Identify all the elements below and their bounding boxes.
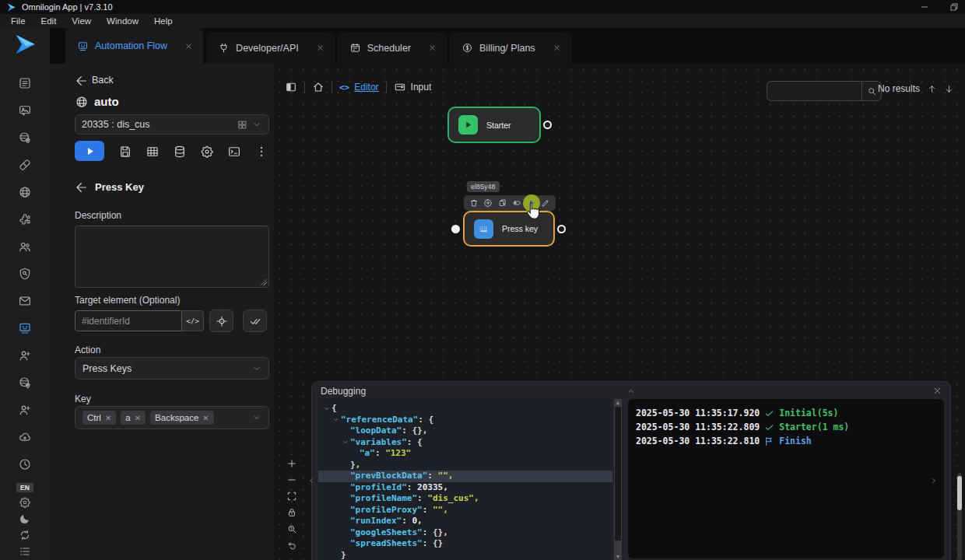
json-line-variables[interactable]: "variables": { bbox=[318, 437, 612, 449]
resize-handle-icon[interactable] bbox=[260, 278, 267, 285]
json-scrollbar[interactable]: ▲ ▼ bbox=[614, 399, 622, 560]
key-multiselect[interactable]: Ctrl✕a✕Backspace✕ bbox=[75, 406, 269, 429]
caret-down-icon[interactable] bbox=[342, 439, 349, 446]
starter-output-port[interactable] bbox=[543, 121, 552, 129]
sidebar-item-changelog-icon[interactable] bbox=[19, 545, 31, 558]
menu-file[interactable]: File bbox=[3, 16, 33, 26]
sidebar-item-user-plus-icon[interactable] bbox=[18, 348, 32, 362]
caret-down-icon[interactable] bbox=[323, 405, 330, 412]
close-icon[interactable] bbox=[553, 44, 561, 52]
window-scrollbar[interactable] bbox=[957, 473, 962, 560]
chevron-left-icon[interactable] bbox=[307, 477, 315, 485]
sidebar-item-team-icon[interactable] bbox=[18, 240, 32, 254]
sidebar-item-globe-icon[interactable] bbox=[18, 185, 32, 199]
tab-automation-flow[interactable]: Automation Flow bbox=[65, 28, 203, 64]
target-element-input[interactable] bbox=[75, 310, 182, 331]
run-flow-button[interactable] bbox=[75, 141, 104, 161]
zoom-in-button[interactable] bbox=[282, 457, 301, 470]
close-icon[interactable] bbox=[316, 44, 325, 52]
tab-developer-api[interactable]: Developer/API bbox=[206, 32, 335, 64]
menu-edit[interactable]: Edit bbox=[33, 16, 65, 26]
app-logo-icon[interactable] bbox=[12, 32, 37, 57]
tab-scheduler[interactable]: Scheduler bbox=[338, 32, 447, 64]
collapse-panel-icon[interactable] bbox=[626, 387, 636, 396]
menu-view[interactable]: View bbox=[64, 16, 99, 26]
data-table-button[interactable] bbox=[146, 145, 159, 158]
zoom-select-button[interactable] bbox=[282, 522, 301, 535]
toggle-panel-button[interactable] bbox=[285, 81, 297, 93]
chevron-right-icon[interactable] bbox=[930, 477, 938, 485]
search-next-button[interactable] bbox=[944, 84, 954, 94]
scrollbar-thumb[interactable] bbox=[615, 407, 621, 541]
sidebar-item-notes-icon[interactable] bbox=[18, 76, 32, 90]
json-line[interactable]: { bbox=[318, 403, 612, 415]
search-prev-button[interactable] bbox=[927, 84, 937, 94]
close-icon[interactable] bbox=[932, 386, 942, 396]
more-options-button[interactable] bbox=[254, 145, 268, 158]
pick-element-button[interactable] bbox=[209, 310, 233, 332]
json-line-profileId[interactable]: "profileId": 20335, bbox=[318, 482, 612, 494]
press-key-input-port[interactable] bbox=[451, 225, 460, 233]
input-view-button[interactable]: Input bbox=[394, 81, 432, 93]
restore-button[interactable] bbox=[948, 1, 960, 13]
scroll-down-icon[interactable]: ▼ bbox=[614, 553, 622, 560]
json-line-profileProxy[interactable]: "profileProxy": "", bbox=[318, 505, 612, 516]
sidebar-item-security-icon[interactable] bbox=[18, 267, 32, 281]
key-chip-ctrl[interactable]: Ctrl✕ bbox=[82, 411, 116, 425]
flow-settings-button[interactable] bbox=[200, 145, 213, 158]
selector-code-button[interactable]: </> bbox=[182, 310, 204, 331]
json-line-prevBlockData[interactable]: "prevBlockData": "", bbox=[318, 471, 612, 482]
sidebar-item-user-plus-icon[interactable] bbox=[18, 403, 32, 417]
json-line-loopData[interactable]: "loopData": {}, bbox=[318, 425, 612, 437]
duplicate-node-button[interactable] bbox=[498, 198, 507, 208]
menu-help[interactable]: Help bbox=[146, 16, 181, 26]
json-line-googleSheets[interactable]: "googleSheets": {}, bbox=[318, 527, 612, 539]
close-icon[interactable] bbox=[428, 44, 437, 52]
lock-canvas-button[interactable] bbox=[282, 506, 301, 519]
sidebar-item-language-badge[interactable]: EN bbox=[16, 483, 33, 493]
node-starter[interactable]: Starter bbox=[447, 107, 541, 143]
disable-node-toggle[interactable] bbox=[512, 198, 521, 208]
sidebar-item-extension-icon[interactable] bbox=[18, 212, 32, 226]
arrow-left-icon[interactable] bbox=[75, 180, 87, 193]
debug-json-tree[interactable]: {"referenceData": {"loopData": {},"varia… bbox=[318, 399, 612, 560]
remove-chip-icon[interactable]: ✕ bbox=[135, 414, 141, 422]
key-chip-backspace[interactable]: Backspace✕ bbox=[150, 411, 214, 425]
description-textarea[interactable] bbox=[75, 226, 269, 288]
profile-select[interactable]: 20335 : dis_cus bbox=[75, 114, 269, 135]
sidebar-item-geo-icon[interactable] bbox=[18, 376, 32, 390]
node-search-input[interactable] bbox=[767, 81, 861, 101]
menu-window[interactable]: Window bbox=[99, 16, 146, 26]
caret-down-icon[interactable] bbox=[332, 416, 339, 423]
scroll-up-icon[interactable]: ▲ bbox=[614, 399, 622, 406]
sidebar-item-geo-icon[interactable] bbox=[18, 131, 32, 145]
console-button[interactable] bbox=[227, 145, 240, 158]
delete-node-button[interactable] bbox=[469, 198, 479, 208]
key-chip-a[interactable]: a✕ bbox=[121, 411, 146, 425]
sidebar-item-feedback-icon[interactable] bbox=[18, 103, 32, 117]
debug-log-list[interactable]: 2025-05-30 11:35:17.920Initial(5s)2025-0… bbox=[628, 399, 944, 558]
edit-node-button[interactable] bbox=[541, 198, 550, 208]
home-button[interactable] bbox=[312, 81, 325, 93]
sidebar-item-theme-icon[interactable] bbox=[19, 513, 31, 525]
minimize-button[interactable] bbox=[918, 1, 931, 13]
press-key-output-port[interactable] bbox=[557, 225, 566, 233]
json-line-spreadSheets[interactable]: "spreadSheets": {} bbox=[318, 538, 612, 550]
sidebar-item-tag-icon[interactable] bbox=[18, 158, 32, 172]
tab-billing-plans[interactable]: Billing/ Plans bbox=[450, 32, 571, 64]
remove-chip-icon[interactable]: ✕ bbox=[202, 414, 209, 422]
json-line-runIndex[interactable]: "runIndex": 0, bbox=[318, 516, 612, 527]
remove-chip-icon[interactable]: ✕ bbox=[105, 414, 111, 422]
sidebar-item-settings-icon[interactable] bbox=[19, 496, 31, 509]
sidebar-item-cloud-icon[interactable] bbox=[18, 430, 32, 444]
close-icon[interactable] bbox=[184, 42, 193, 51]
storage-button[interactable] bbox=[173, 145, 186, 158]
zoom-out-button[interactable] bbox=[282, 473, 301, 486]
scrollbar-thumb[interactable] bbox=[957, 476, 962, 510]
json-line-a[interactable]: "a": "123" bbox=[318, 448, 612, 460]
flow-canvas[interactable]: <> Editor Input No results Starter el85y… bbox=[274, 64, 965, 560]
fit-view-button[interactable] bbox=[282, 489, 301, 502]
verify-selector-button[interactable] bbox=[243, 310, 267, 332]
sidebar-item-clock-icon[interactable] bbox=[18, 457, 32, 471]
json-line-profileName[interactable]: "profileName": "dis_cus", bbox=[318, 493, 612, 505]
